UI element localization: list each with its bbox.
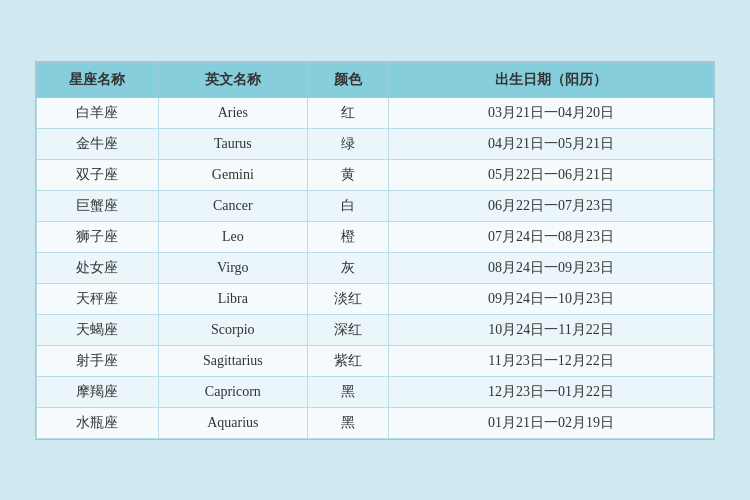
cell-color: 橙 <box>307 221 388 252</box>
zodiac-table-container: 星座名称 英文名称 颜色 出生日期（阳历） 白羊座Aries红03月21日一04… <box>35 61 715 440</box>
cell-date: 07月24日一08月23日 <box>389 221 714 252</box>
cell-color: 淡红 <box>307 283 388 314</box>
cell-date: 04月21日一05月21日 <box>389 128 714 159</box>
cell-chinese: 天秤座 <box>37 283 159 314</box>
table-row: 双子座Gemini黄05月22日一06月21日 <box>37 159 714 190</box>
table-row: 水瓶座Aquarius黑01月21日一02月19日 <box>37 407 714 438</box>
cell-date: 12月23日一01月22日 <box>389 376 714 407</box>
cell-english: Capricorn <box>158 376 307 407</box>
cell-color: 绿 <box>307 128 388 159</box>
cell-chinese: 射手座 <box>37 345 159 376</box>
cell-color: 黄 <box>307 159 388 190</box>
cell-chinese: 摩羯座 <box>37 376 159 407</box>
cell-english: Aries <box>158 97 307 128</box>
cell-color: 灰 <box>307 252 388 283</box>
table-row: 白羊座Aries红03月21日一04月20日 <box>37 97 714 128</box>
cell-color: 深红 <box>307 314 388 345</box>
table-row: 射手座Sagittarius紫红11月23日一12月22日 <box>37 345 714 376</box>
cell-chinese: 狮子座 <box>37 221 159 252</box>
cell-date: 01月21日一02月19日 <box>389 407 714 438</box>
cell-chinese: 白羊座 <box>37 97 159 128</box>
cell-english: Cancer <box>158 190 307 221</box>
cell-english: Sagittarius <box>158 345 307 376</box>
table-header-row: 星座名称 英文名称 颜色 出生日期（阳历） <box>37 62 714 97</box>
cell-chinese: 处女座 <box>37 252 159 283</box>
cell-color: 黑 <box>307 407 388 438</box>
table-row: 天秤座Libra淡红09月24日一10月23日 <box>37 283 714 314</box>
table-row: 处女座Virgo灰08月24日一09月23日 <box>37 252 714 283</box>
cell-date: 03月21日一04月20日 <box>389 97 714 128</box>
zodiac-table: 星座名称 英文名称 颜色 出生日期（阳历） 白羊座Aries红03月21日一04… <box>36 62 714 439</box>
header-english: 英文名称 <box>158 62 307 97</box>
table-row: 金牛座Taurus绿04月21日一05月21日 <box>37 128 714 159</box>
cell-date: 11月23日一12月22日 <box>389 345 714 376</box>
cell-chinese: 双子座 <box>37 159 159 190</box>
cell-english: Gemini <box>158 159 307 190</box>
cell-color: 红 <box>307 97 388 128</box>
header-date: 出生日期（阳历） <box>389 62 714 97</box>
cell-chinese: 金牛座 <box>37 128 159 159</box>
cell-english: Virgo <box>158 252 307 283</box>
cell-date: 09月24日一10月23日 <box>389 283 714 314</box>
table-row: 摩羯座Capricorn黑12月23日一01月22日 <box>37 376 714 407</box>
cell-english: Leo <box>158 221 307 252</box>
cell-english: Libra <box>158 283 307 314</box>
table-row: 巨蟹座Cancer白06月22日一07月23日 <box>37 190 714 221</box>
cell-date: 10月24日一11月22日 <box>389 314 714 345</box>
table-row: 天蝎座Scorpio深红10月24日一11月22日 <box>37 314 714 345</box>
cell-date: 06月22日一07月23日 <box>389 190 714 221</box>
cell-english: Aquarius <box>158 407 307 438</box>
cell-chinese: 天蝎座 <box>37 314 159 345</box>
cell-date: 05月22日一06月21日 <box>389 159 714 190</box>
header-chinese: 星座名称 <box>37 62 159 97</box>
table-row: 狮子座Leo橙07月24日一08月23日 <box>37 221 714 252</box>
cell-date: 08月24日一09月23日 <box>389 252 714 283</box>
cell-color: 白 <box>307 190 388 221</box>
cell-chinese: 水瓶座 <box>37 407 159 438</box>
cell-english: Taurus <box>158 128 307 159</box>
cell-color: 紫红 <box>307 345 388 376</box>
cell-color: 黑 <box>307 376 388 407</box>
cell-english: Scorpio <box>158 314 307 345</box>
cell-chinese: 巨蟹座 <box>37 190 159 221</box>
header-color: 颜色 <box>307 62 388 97</box>
